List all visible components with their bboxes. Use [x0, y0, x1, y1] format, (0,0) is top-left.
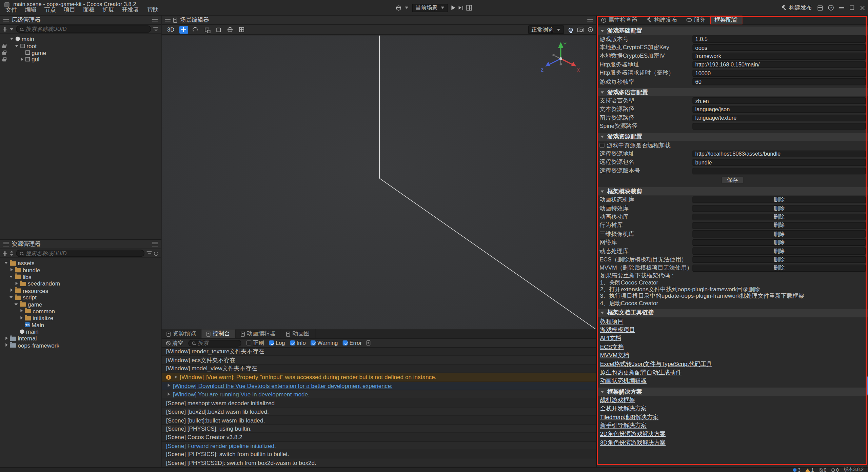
- filter-checkbox[interactable]: [311, 340, 316, 346]
- log-row[interactable]: [Window] model_view文件夹不存在: [162, 365, 596, 373]
- filter-toggle[interactable]: Warning: [311, 340, 338, 346]
- log-row[interactable]: [Scene] [PHYSICS]: using builtin.: [162, 425, 596, 433]
- log-row[interactable]: [Scene] Cocos Creator v3.8.2: [162, 433, 596, 441]
- filter-checkbox[interactable]: [343, 340, 348, 346]
- doc-link[interactable]: Excel格式转Json文件与TypeScript代码工具: [597, 360, 868, 368]
- error-count[interactable]: 0: [819, 467, 826, 472]
- input-http-timeout[interactable]: [692, 70, 866, 77]
- tree-row[interactable]: oops-framework: [0, 342, 161, 349]
- tree-row[interactable]: main: [0, 328, 161, 335]
- expand-arrow-icon[interactable]: [4, 343, 8, 348]
- export-log-icon[interactable]: [367, 340, 371, 346]
- console-tab[interactable]: 动画编辑器: [236, 329, 281, 338]
- lighting-toggle-icon[interactable]: [569, 27, 573, 32]
- expand-arrow-icon[interactable]: [19, 316, 23, 320]
- play-button[interactable]: [451, 5, 455, 10]
- build-publish-button[interactable]: 构建发布: [781, 4, 812, 12]
- log-row[interactable]: [Window] You are running Vue in developm…: [162, 390, 596, 399]
- gear-icon[interactable]: [588, 27, 593, 32]
- doc-link[interactable]: Tiledmap地图解决方案: [597, 413, 868, 421]
- warning-count[interactable]: 1: [805, 467, 814, 472]
- camera-icon[interactable]: [577, 27, 584, 32]
- hierarchy-searchbox[interactable]: [16, 25, 151, 33]
- doc-link[interactable]: 动画状态机编辑器: [597, 377, 868, 385]
- log-row[interactable]: ![Window] [Vue warn]: Property "onInput"…: [162, 373, 596, 382]
- section-header[interactable]: 框架模块裁剪: [597, 188, 868, 196]
- input-frame-rate[interactable]: [692, 78, 866, 85]
- pivot-tool-button[interactable]: [226, 26, 235, 34]
- input-spine-path[interactable]: [692, 123, 866, 130]
- log-row[interactable]: [Window] ecs文件夹不存在: [162, 356, 596, 365]
- tree-row[interactable]: root: [0, 42, 161, 49]
- menu-item[interactable]: 项目: [60, 5, 79, 14]
- chevron-down-icon[interactable]: [9, 27, 14, 31]
- log-row[interactable]: [Scene] [box2d]:box2d wasm lib loaded.: [162, 408, 596, 416]
- expand-arrow-icon[interactable]: [166, 392, 171, 396]
- filter-checkbox[interactable]: [290, 340, 295, 346]
- tree-row[interactable]: seedrandom: [0, 280, 161, 287]
- delete-button-ecs[interactable]: 删除: [692, 256, 866, 263]
- panel-menu-icon[interactable]: [165, 18, 171, 22]
- section-header[interactable]: 游戏基础配置: [597, 26, 868, 35]
- input-crypto-iv[interactable]: [692, 53, 866, 59]
- input-remote-url[interactable]: [692, 151, 866, 157]
- menu-item[interactable]: 节点: [40, 5, 60, 14]
- regex-toggle[interactable]: 正则: [246, 339, 264, 347]
- package-icon[interactable]: [817, 5, 823, 11]
- filter-icon[interactable]: [153, 27, 158, 31]
- console-search-input[interactable]: [198, 340, 238, 346]
- close-button[interactable]: [860, 5, 865, 11]
- doc-link[interactable]: 新手引导解决方案: [597, 421, 868, 430]
- scale-tool-button[interactable]: [202, 26, 211, 34]
- input-http-server[interactable]: [692, 61, 866, 68]
- menu-item[interactable]: 扩展: [99, 5, 118, 14]
- inspector-tab[interactable]: 服务: [682, 16, 710, 24]
- notification-count[interactable]: 0: [831, 467, 839, 472]
- assets-searchbox[interactable]: [16, 250, 144, 257]
- doc-link[interactable]: MVVM文档: [597, 351, 868, 360]
- delete-button-anim-move[interactable]: 删除: [692, 214, 866, 220]
- delete-button-camera-3d[interactable]: 删除: [692, 231, 866, 237]
- log-row[interactable]: [Scene] [PHYSICS]: switch from builtin t…: [162, 450, 596, 458]
- tree-row[interactable]: resources: [0, 287, 161, 294]
- log-row[interactable]: [Window] render_texture文件夹不存在: [162, 348, 596, 356]
- console-searchbox[interactable]: [188, 340, 241, 347]
- scrollbar-thumb[interactable]: [866, 376, 868, 395]
- input-texture-path[interactable]: [692, 114, 866, 121]
- remote-load-checkbox[interactable]: [599, 143, 605, 148]
- delete-button-dynamic-process[interactable]: 删除: [692, 248, 866, 254]
- tree-row[interactable]: bundle: [0, 267, 161, 273]
- preview-platform-icon[interactable]: [396, 5, 401, 11]
- expand-arrow-icon[interactable]: [173, 375, 178, 379]
- panel-options-icon[interactable]: [152, 242, 158, 246]
- expand-arrow-icon[interactable]: [4, 336, 8, 341]
- menu-item[interactable]: 面板: [79, 5, 98, 14]
- expand-arrow-icon[interactable]: [14, 43, 19, 48]
- maximize-button[interactable]: [850, 5, 854, 10]
- expand-arrow-icon[interactable]: [9, 275, 13, 279]
- input-languages[interactable]: [692, 97, 866, 104]
- menu-item[interactable]: 编辑: [21, 5, 40, 14]
- section-header[interactable]: 游戏多语言配置: [597, 88, 868, 96]
- input-game-version[interactable]: [692, 36, 866, 42]
- mode-3d-button[interactable]: 3D: [165, 26, 177, 33]
- tree-row[interactable]: TSMain: [0, 321, 161, 328]
- inspector-tab[interactable]: 构建发布: [642, 16, 682, 24]
- tree-row[interactable]: common: [0, 308, 161, 314]
- minimize-button[interactable]: [839, 7, 844, 8]
- tree-row[interactable]: main: [0, 35, 161, 42]
- panel-options-icon[interactable]: [152, 18, 158, 22]
- expand-arrow-icon[interactable]: [9, 37, 14, 41]
- refresh-icon[interactable]: [154, 251, 158, 255]
- panel-options-icon[interactable]: [587, 18, 593, 22]
- panel-menu-icon[interactable]: [3, 18, 9, 22]
- panel-menu-icon[interactable]: [3, 242, 9, 246]
- layout-grid-icon[interactable]: [467, 5, 472, 11]
- scene-select[interactable]: 当前场景: [412, 4, 448, 12]
- tree-row[interactable]: game: [0, 301, 161, 308]
- clear-console-button[interactable]: 清空: [166, 339, 183, 347]
- view-mode-select[interactable]: 正常浏览: [528, 25, 564, 34]
- menu-item[interactable]: 文件: [2, 5, 21, 14]
- expand-arrow-icon[interactable]: [14, 281, 18, 286]
- move-tool-button[interactable]: [179, 26, 188, 34]
